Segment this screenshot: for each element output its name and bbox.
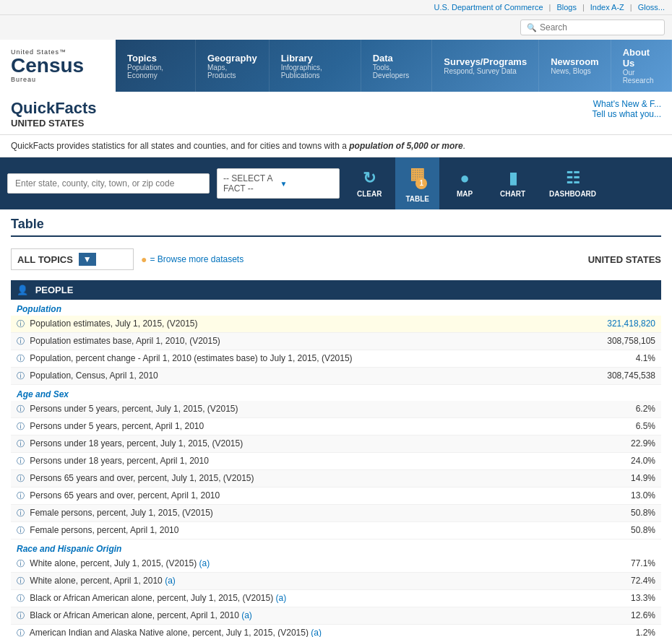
- fact-label-cell: ⓘ Black or African American alone, perce…: [11, 607, 466, 625]
- info-icon[interactable]: ⓘ: [17, 508, 25, 517]
- chart-icon: ▮: [509, 169, 517, 188]
- table-button[interactable]: ▦ 1 TABLE: [395, 157, 439, 209]
- table-title: Table: [11, 217, 661, 237]
- nav-item-data[interactable]: DataTools, Developers: [361, 40, 433, 92]
- race-label: Race and Hispanic Origin: [11, 540, 661, 556]
- nav-item-surveys-programs[interactable]: Surveys/ProgramsRespond, Survey Data: [432, 40, 539, 92]
- fact-label: Persons 65 years and over, percent, July…: [30, 473, 254, 483]
- table-row: ⓘ Persons under 18 years, percent, July …: [11, 436, 661, 453]
- fact-label: Population estimates, July 1, 2015, (V20…: [30, 318, 197, 329]
- people-icon: 👤: [17, 285, 28, 295]
- table-row: ⓘ Population estimates, July 1, 2015, (V…: [11, 316, 661, 333]
- chevron-down-icon: ▼: [280, 180, 334, 188]
- map-button[interactable]: ● MAP: [443, 157, 486, 209]
- whats-new-link[interactable]: What's New & F...: [593, 99, 661, 109]
- nav-label: About Us: [623, 47, 660, 69]
- qf-toolbar: -- SELECT A FACT -- ▼ ↻ CLEAR ▦ 1 TABLE …: [0, 157, 672, 209]
- nav-label: Surveys/Programs: [444, 56, 527, 67]
- info-icon[interactable]: ⓘ: [17, 354, 25, 363]
- chart-button[interactable]: ▮ CHART: [490, 157, 535, 209]
- table-label: TABLE: [405, 195, 429, 203]
- table-row: ⓘ White alone, percent, July 1, 2015, (V…: [11, 555, 661, 573]
- nav-label: Newsroom: [551, 56, 598, 67]
- nav-item-topics[interactable]: TopicsPopulation, Economy: [116, 40, 196, 92]
- nav-item-library[interactable]: LibraryInfographics, Publications: [270, 40, 361, 92]
- footnote-link[interactable]: (a): [241, 610, 252, 620]
- blogs-link[interactable]: Blogs: [556, 3, 577, 12]
- people-section-header: 👤 PEOPLE: [11, 280, 661, 300]
- table-section: Table ALL TOPICS ▼ ● = Browse more datas…: [0, 209, 672, 637]
- footnote-link[interactable]: (a): [276, 593, 287, 603]
- qf-header-area: QuickFacts UNITED STATES What's New & F.…: [0, 92, 672, 135]
- info-icon[interactable]: ⓘ: [17, 628, 25, 637]
- nav-label: Geography: [207, 53, 257, 64]
- nav-item-newsroom[interactable]: NewsroomNews, Blogs: [539, 40, 611, 92]
- footnote-link[interactable]: (a): [165, 576, 176, 586]
- fact-value-cell: 308,758,105: [466, 333, 661, 350]
- info-icon[interactable]: ⓘ: [17, 439, 25, 448]
- fact-value-cell: 50.8%: [466, 522, 661, 540]
- select-fact-label: -- SELECT A FACT --: [223, 173, 277, 194]
- nav-item-about us[interactable]: About UsOur Research: [611, 40, 672, 92]
- fact-label-cell: ⓘ Persons under 5 years, percent, July 1…: [11, 401, 466, 418]
- select-fact-dropdown[interactable]: -- SELECT A FACT -- ▼: [217, 168, 340, 199]
- search-input[interactable]: [540, 22, 658, 32]
- nav-sub: Population, Economy: [127, 64, 184, 79]
- fact-label: Persons under 18 years, percent, July 1,…: [30, 438, 243, 448]
- fact-label: Persons 65 years and over, percent, Apri…: [30, 490, 220, 500]
- age-sex-label: Age and Sex: [11, 385, 661, 402]
- browse-datasets[interactable]: ● = Browse more datasets: [141, 254, 244, 265]
- nav-sub: Respond, Survey Data: [444, 67, 527, 75]
- clear-icon: ↻: [363, 169, 376, 188]
- fact-value-cell: 50.8%: [466, 505, 661, 522]
- fact-label-cell: ⓘ Population, percent change - April 1, …: [11, 350, 466, 368]
- commerce-link[interactable]: U.S. Department of Commerce: [434, 3, 543, 12]
- table-row: ⓘ Black or African American alone, perce…: [11, 607, 661, 625]
- map-label: MAP: [457, 190, 473, 198]
- search-wrapper: 🔍: [520, 20, 665, 35]
- browse-label: = Browse more datasets: [150, 254, 244, 264]
- footnote-link[interactable]: (a): [199, 558, 210, 568]
- main-header: United States™ Census Bureau TopicsPopul…: [0, 40, 672, 92]
- tell-us-link[interactable]: Tell us what you...: [593, 109, 661, 119]
- location-input[interactable]: [7, 173, 210, 194]
- info-icon[interactable]: ⓘ: [17, 491, 25, 500]
- table-row: ⓘ Population, Census, April 1, 2010 308,…: [11, 368, 661, 385]
- fact-label: Persons under 18 years, percent, April 1…: [30, 456, 208, 466]
- info-icon[interactable]: ⓘ: [17, 559, 25, 568]
- gloss-link[interactable]: Gloss...: [638, 3, 665, 12]
- info-icon[interactable]: ⓘ: [17, 474, 25, 482]
- clear-label: CLEAR: [357, 190, 382, 198]
- info-icon[interactable]: ⓘ: [17, 371, 25, 380]
- nav-sub: Maps, Products: [207, 64, 257, 79]
- footnote-link[interactable]: (a): [311, 628, 322, 637]
- table-row: ⓘ White alone, percent, April 1, 2010 (a…: [11, 573, 661, 590]
- table-row: ⓘ Persons 65 years and over, percent, Ap…: [11, 488, 661, 505]
- clear-button[interactable]: ↻ CLEAR: [347, 157, 392, 209]
- logo-area: United States™ Census Bureau: [0, 40, 116, 92]
- info-icon[interactable]: ⓘ: [17, 337, 25, 345]
- info-icon[interactable]: ⓘ: [17, 611, 25, 620]
- index-link[interactable]: Index A-Z: [590, 3, 624, 12]
- qf-description: QuickFacts provides statistics for all s…: [0, 135, 672, 157]
- fact-label-cell: ⓘ White alone, percent, July 1, 2015, (V…: [11, 555, 466, 573]
- table-row: ⓘ Population estimates base, April 1, 20…: [11, 333, 661, 350]
- search-bar-area: 🔍: [0, 15, 672, 40]
- info-icon[interactable]: ⓘ: [17, 404, 25, 413]
- fact-label-cell: ⓘ Persons under 18 years, percent, April…: [11, 453, 466, 470]
- fact-value-cell: 4.1%: [466, 350, 661, 368]
- info-icon[interactable]: ⓘ: [17, 319, 25, 328]
- fact-label: Population, percent change - April 1, 20…: [30, 353, 352, 363]
- nav-item-geography[interactable]: GeographyMaps, Products: [196, 40, 270, 92]
- info-icon[interactable]: ⓘ: [17, 526, 25, 534]
- info-icon[interactable]: ⓘ: [17, 594, 25, 602]
- dashboard-button[interactable]: ☷ DASHBOARD: [539, 157, 606, 209]
- fact-value-cell: 24.0%: [466, 453, 661, 470]
- topics-dropdown[interactable]: ALL TOPICS ▼: [11, 248, 134, 270]
- age-sex-category: Age and Sex: [11, 385, 661, 402]
- fact-value-cell: 72.4%: [466, 573, 661, 590]
- info-icon[interactable]: ⓘ: [17, 456, 25, 465]
- fact-label-cell: ⓘ Female persons, percent, April 1, 2010: [11, 522, 466, 540]
- info-icon[interactable]: ⓘ: [17, 576, 25, 585]
- info-icon[interactable]: ⓘ: [17, 422, 25, 430]
